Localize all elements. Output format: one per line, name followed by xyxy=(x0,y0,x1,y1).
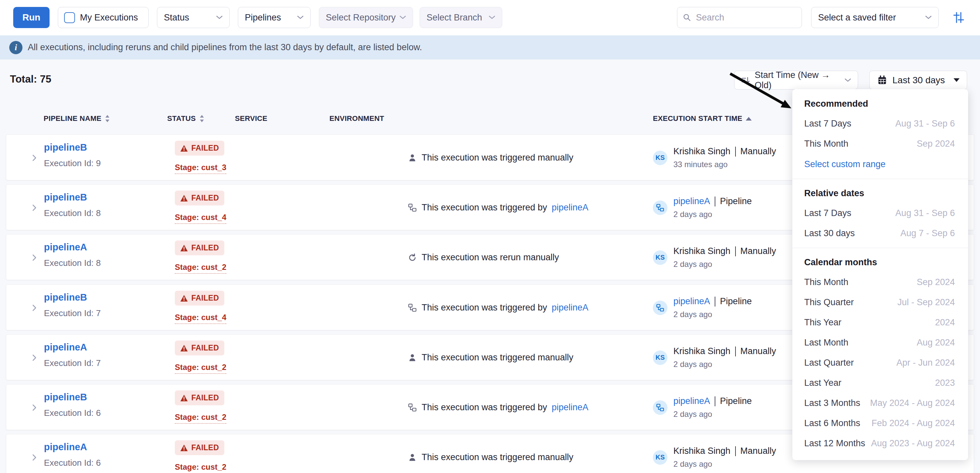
sort-dropdown[interactable]: Start Time (New → Old) xyxy=(734,71,858,89)
status-badge: FAILED xyxy=(175,290,224,306)
search-box[interactable] xyxy=(677,7,802,28)
failed-stage-link[interactable]: Stage: cust_2 xyxy=(175,462,226,473)
starter-name[interactable]: pipelineA xyxy=(673,196,710,206)
starter-name: Krishika Singh xyxy=(673,246,730,256)
trigger-text: This execution was triggered by xyxy=(422,303,547,313)
starter-info: Krishika Singh Manually 2 days ago xyxy=(673,246,776,269)
filter-settings-button[interactable] xyxy=(950,9,967,26)
date-menu-item[interactable]: This Year 2024 xyxy=(792,313,968,333)
column-header-execution-start-time[interactable]: EXECUTION START TIME xyxy=(653,109,752,128)
trigger-pipeline-link[interactable]: pipelineA xyxy=(552,402,589,413)
separator xyxy=(735,246,736,256)
row-expand-chevron[interactable] xyxy=(29,434,39,473)
chevron-down-icon xyxy=(399,16,406,19)
failed-stage-link[interactable]: Stage: cust_2 xyxy=(175,263,226,274)
execution-id: Execution Id: 9 xyxy=(44,158,101,168)
date-menu-item[interactable]: Last Quarter Apr - Jun 2024 xyxy=(792,353,968,373)
pipelines-dropdown[interactable]: Pipelines xyxy=(238,7,310,28)
trigger-info: This execution was triggered by pipeline… xyxy=(408,384,589,430)
separator xyxy=(735,446,736,456)
start-time-ago: 2 days ago xyxy=(673,410,752,419)
trigger-text: This execution was triggered by xyxy=(422,402,547,413)
failed-stage-link[interactable]: Stage: cust_2 xyxy=(175,413,226,424)
status-dropdown[interactable]: Status xyxy=(157,7,230,28)
start-time-ago: 2 days ago xyxy=(673,260,776,269)
execution-id: Execution Id: 7 xyxy=(44,308,101,318)
sort-dropdown-label: Start Time (New → Old) xyxy=(755,70,840,90)
column-header-status[interactable]: STATUS xyxy=(167,109,205,128)
date-menu-item[interactable]: Last 3 Months May 2024 - Aug 2024 xyxy=(792,393,968,413)
person-icon xyxy=(408,353,417,362)
pipeline-avatar-icon xyxy=(656,203,665,212)
pipeline-name-link[interactable]: pipelineB xyxy=(44,392,87,402)
pipeline-avatar-icon xyxy=(656,303,665,312)
starter-type: Pipeline xyxy=(720,296,752,306)
sort-icon xyxy=(741,76,750,84)
failed-stage-link[interactable]: Stage: cust_4 xyxy=(175,313,226,324)
failed-stage-link[interactable]: Stage: cust_3 xyxy=(175,163,226,174)
separator xyxy=(715,297,715,306)
date-range-button[interactable]: Last 30 days xyxy=(869,71,967,89)
my-executions-checkbox[interactable] xyxy=(64,12,75,23)
rerun-icon xyxy=(408,253,417,262)
trigger-pipeline-link[interactable]: pipelineA xyxy=(552,303,589,313)
start-time-ago: 33 minutes ago xyxy=(673,160,776,169)
date-menu-item[interactable]: This Quarter Jul - Sep 2024 xyxy=(792,292,968,313)
search-icon xyxy=(682,13,691,22)
failed-stage-link[interactable]: Stage: cust_2 xyxy=(175,363,226,374)
menu-section-header: Calendar months xyxy=(792,252,968,272)
separator xyxy=(735,147,736,157)
calendar-icon xyxy=(877,75,888,86)
sort-both-icon xyxy=(105,114,110,123)
date-menu-item[interactable]: Last Month Aug 2024 xyxy=(792,333,968,353)
row-expand-chevron[interactable] xyxy=(29,185,39,230)
pipeline-name-link[interactable]: pipelineA xyxy=(44,342,87,352)
starter-info: pipelineA Pipeline 2 days ago xyxy=(673,196,752,219)
starter-name[interactable]: pipelineA xyxy=(673,296,710,306)
row-expand-chevron[interactable] xyxy=(29,135,39,181)
separator xyxy=(715,197,715,206)
person-icon xyxy=(408,453,417,462)
row-expand-chevron[interactable] xyxy=(29,335,39,381)
starter-name[interactable]: pipelineA xyxy=(673,396,710,406)
warning-icon xyxy=(180,295,188,302)
date-menu-item[interactable]: This Month Sep 2024 xyxy=(792,134,968,154)
date-menu-item[interactable]: Last 6 Months Feb 2024 - Aug 2024 xyxy=(792,413,968,433)
failed-stage-link[interactable]: Stage: cust_4 xyxy=(175,213,226,224)
row-expand-chevron[interactable] xyxy=(29,384,39,430)
trigger-info: This execution was triggered by pipeline… xyxy=(408,185,589,230)
date-menu-item[interactable]: Last 30 days Aug 7 - Sep 6 xyxy=(792,223,968,243)
info-banner: i All executions, including reruns and c… xyxy=(0,35,980,59)
search-input[interactable] xyxy=(695,12,796,23)
row-expand-chevron[interactable] xyxy=(29,285,39,331)
select-branch-dropdown[interactable]: Select Branch xyxy=(420,7,502,28)
date-menu-item[interactable]: Last 12 Months Aug 2023 - Aug 2024 xyxy=(792,433,968,454)
saved-filter-dropdown[interactable]: Select a saved filter xyxy=(811,7,939,28)
pipeline-name-link[interactable]: pipelineA xyxy=(44,242,87,252)
select-repository-label: Select Repository xyxy=(326,13,396,23)
select-repository-dropdown[interactable]: Select Repository xyxy=(319,7,413,28)
warning-icon xyxy=(180,244,188,252)
my-executions-filter[interactable]: My Executions xyxy=(58,7,149,28)
pipeline-name-link[interactable]: pipelineA xyxy=(44,441,87,452)
pipeline-name-link[interactable]: pipelineB xyxy=(44,142,87,152)
starter-name: Krishika Singh xyxy=(673,146,730,157)
date-menu-item[interactable]: Last Year 2023 xyxy=(792,373,968,393)
separator xyxy=(715,396,715,406)
date-range-menu: Recommended Last 7 Days Aug 31 - Sep 6 T… xyxy=(792,89,968,460)
pipeline-name-link[interactable]: pipelineB xyxy=(44,192,87,203)
start-time-ago: 2 days ago xyxy=(673,360,776,369)
date-menu-item[interactable]: Last 7 Days Aug 31 - Sep 6 xyxy=(792,203,968,223)
row-expand-chevron[interactable] xyxy=(29,235,39,281)
status-badge: FAILED xyxy=(175,341,224,356)
column-header-pipeline-name[interactable]: PIPELINE NAME xyxy=(44,109,110,128)
execution-id: Execution Id: 8 xyxy=(44,258,101,268)
pipeline-name-link[interactable]: pipelineB xyxy=(44,292,87,303)
select-custom-range-link[interactable]: Select custom range xyxy=(792,154,968,175)
date-menu-item[interactable]: Last 7 Days Aug 31 - Sep 6 xyxy=(792,114,968,134)
column-header-environment: ENVIRONMENT xyxy=(329,109,384,128)
pipeline-avatar-icon xyxy=(656,403,665,412)
date-menu-item[interactable]: This Month Sep 2024 xyxy=(792,272,968,292)
trigger-pipeline-link[interactable]: pipelineA xyxy=(552,203,589,213)
run-button[interactable]: Run xyxy=(13,7,49,28)
